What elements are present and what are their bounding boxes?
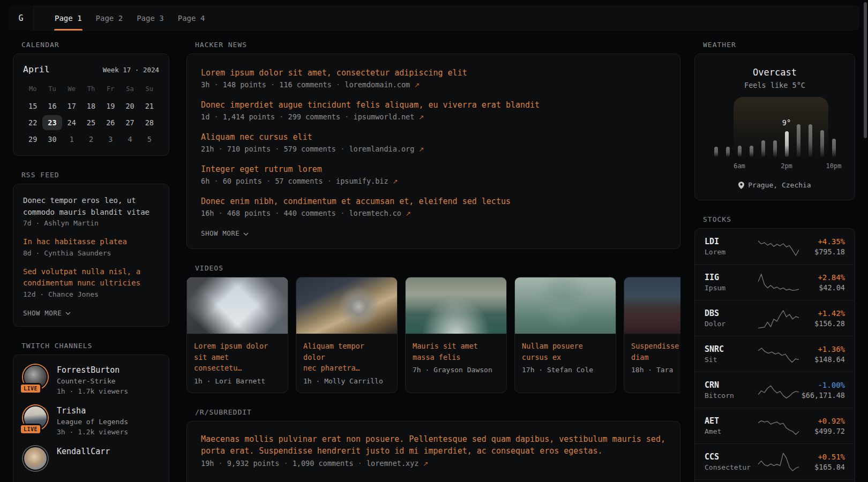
hacker-news-item-title[interactable]: Lorem ipsum dolor sit amet, consectetur … bbox=[201, 67, 666, 79]
weather-bar-chart: 9° 6am2pm10pm bbox=[714, 115, 836, 171]
stock-name: Dolor bbox=[705, 320, 758, 328]
hacker-news-item-title[interactable]: Integer eget rutrum lorem bbox=[201, 163, 666, 175]
top-nav: G Page 1Page 2Page 3Page 4 bbox=[9, 5, 859, 31]
rss-item-title[interactable]: In hac habitasse platea bbox=[23, 236, 159, 248]
tab-page-2[interactable]: Page 2 bbox=[89, 5, 130, 31]
weather-time-label: 6am bbox=[734, 162, 745, 170]
rss-header: RSS FEED bbox=[21, 171, 169, 179]
calendar-day: 22 bbox=[23, 115, 42, 130]
video-card[interactable]: Mauris sit amet massa felis7h · Grayson … bbox=[405, 277, 507, 393]
right-column: WEATHER Overcast Feels like 5°C 9° 6am2p… bbox=[694, 41, 855, 482]
calendar-day-header: Fr bbox=[101, 83, 120, 97]
stock-name: Amet bbox=[705, 427, 758, 435]
calendar-day-header: Sa bbox=[120, 83, 139, 97]
hacker-news-item-domain-link[interactable]: ipsumworld.net ↗ bbox=[354, 112, 424, 121]
stock-row[interactable]: IIGIpsum+2.84%$42.04 bbox=[695, 264, 855, 300]
weather-condition: Overcast bbox=[706, 67, 844, 78]
stock-row[interactable]: DBSDolor+1.42%$156.28 bbox=[695, 300, 855, 336]
stock-row[interactable]: AHS+0.46% bbox=[695, 479, 855, 482]
calendar-section: CALENDAR April Week 17 · 2024 MoTuWeThFr… bbox=[13, 41, 169, 156]
subreddit-item-title[interactable]: Maecenas mollis pulvinar erat non posuer… bbox=[201, 433, 666, 457]
stock-sparkline bbox=[758, 270, 801, 295]
hacker-news-item: Lorem ipsum dolor sit amet, consectetur … bbox=[201, 67, 666, 89]
video-thumbnail bbox=[296, 277, 397, 334]
twitch-channel-row[interactable]: KendallCarr bbox=[23, 446, 159, 471]
daylight-region bbox=[734, 97, 828, 158]
twitch-channel-info: ForrestBurtonCounter-Strike1h · 1.7k vie… bbox=[57, 365, 128, 395]
stock-row[interactable]: LDILorem+4.35%$795.18 bbox=[695, 229, 855, 264]
calendar-day: 3 bbox=[101, 132, 120, 147]
subreddit-header: /R/SUBREDDIT bbox=[195, 408, 680, 416]
location-pin-icon bbox=[738, 182, 744, 189]
rss-show-more-button[interactable]: SHOW MORE bbox=[23, 309, 71, 317]
weather-bar-highlighted: 9° bbox=[785, 131, 789, 157]
stock-ticker: DBS bbox=[705, 308, 758, 318]
stock-row[interactable]: CRNBitcorn-1.00%$66,171.48 bbox=[695, 372, 855, 408]
tab-page-4[interactable]: Page 4 bbox=[171, 5, 212, 31]
stock-change: +0.51% bbox=[801, 453, 845, 461]
stock-row[interactable]: SNRCSit+1.36%$148.64 bbox=[695, 336, 855, 372]
calendar-day-header: Th bbox=[81, 83, 101, 97]
twitch-channel-row[interactable]: LIVETrishaLeague of Legends3h · 1.2k vie… bbox=[23, 405, 159, 436]
calendar-widget: April Week 17 · 2024 MoTuWeThFrSaSu15161… bbox=[13, 54, 169, 156]
twitch-channel-row[interactable]: LIVEForrestBurtonCounter-Strike1h · 1.7k… bbox=[23, 365, 159, 395]
hacker-news-item-meta: 1d · 1,414 points · 299 comments · ipsum… bbox=[201, 112, 666, 121]
stock-name: Ipsum bbox=[705, 284, 758, 292]
calendar-day-header: We bbox=[62, 83, 81, 97]
rss-item-title[interactable]: Donec tempor eros leo, ut commodo mauris… bbox=[23, 195, 159, 218]
videos-carousel[interactable]: Lorem ipsum dolor sit amet consectetu…1h… bbox=[186, 277, 680, 393]
video-title[interactable]: Suspendisse diam bbox=[631, 341, 680, 363]
subreddit-item-domain-link[interactable]: loremnet.xyz ↗ bbox=[366, 459, 429, 468]
subreddit-section: /R/SUBREDDIT Maecenas mollis pulvinar er… bbox=[186, 408, 680, 482]
hacker-news-item-domain-link[interactable]: loremdomain.com ↗ bbox=[345, 80, 420, 89]
external-link-icon: ↗ bbox=[418, 146, 424, 153]
hacker-news-item-domain-link[interactable]: ipsumify.biz ↗ bbox=[336, 177, 398, 185]
hacker-news-item-domain-link[interactable]: loremtech.co ↗ bbox=[349, 209, 411, 217]
weather-bar bbox=[750, 146, 753, 157]
stock-price: $66,171.48 bbox=[801, 391, 845, 400]
video-meta: 1h · Molly Carrillo bbox=[303, 377, 390, 385]
video-card[interactable]: Suspendisse diam18h · Tara bbox=[624, 277, 680, 393]
hacker-news-item-domain-link[interactable]: loremlandia.org ↗ bbox=[349, 145, 424, 153]
hacker-news-item-meta: 6h · 60 points · 57 comments · ipsumify.… bbox=[201, 177, 666, 185]
twitch-channel-info: KendallCarr bbox=[57, 446, 110, 471]
hacker-news-item-title[interactable]: Donec enim nibh, condimentum et accumsan… bbox=[201, 195, 666, 207]
app-logo[interactable]: G bbox=[9, 5, 34, 31]
stock-name: Lorem bbox=[705, 248, 758, 256]
stock-sparkline bbox=[758, 378, 801, 402]
video-title[interactable]: Mauris sit amet massa felis bbox=[413, 341, 499, 363]
twitch-header: TWITCH CHANNELS bbox=[21, 342, 169, 350]
video-card[interactable]: Lorem ipsum dolor sit amet consectetu…1h… bbox=[186, 277, 288, 393]
video-title[interactable]: Nullam posuere cursus ex bbox=[522, 341, 609, 363]
tab-page-3[interactable]: Page 3 bbox=[130, 5, 171, 31]
weather-temp-label: 9° bbox=[782, 118, 791, 127]
rss-item-title[interactable]: Sed volutpat nulla nisl, a condimentum n… bbox=[23, 266, 159, 289]
hacker-news-item-title[interactable]: Aliquam nec cursus elit bbox=[201, 131, 666, 143]
stock-sparkline bbox=[758, 449, 801, 474]
twitch-channel-name: KendallCarr bbox=[57, 447, 110, 456]
calendar-day: 29 bbox=[23, 132, 42, 147]
video-title[interactable]: Aliquam tempor dolor nec pharetra… bbox=[303, 341, 390, 374]
page-scrollbar[interactable] bbox=[864, 2, 867, 138]
stock-ticker: CRN bbox=[705, 380, 758, 390]
video-card[interactable]: Nullam posuere cursus ex17h · Stefan Col… bbox=[514, 277, 616, 393]
video-card[interactable]: Aliquam tempor dolor nec pharetra…1h · M… bbox=[296, 277, 398, 393]
hacker-news-show-more-button[interactable]: SHOW MORE bbox=[201, 229, 249, 237]
tab-page-1[interactable]: Page 1 bbox=[48, 5, 89, 31]
weather-bar bbox=[714, 147, 718, 157]
stock-row[interactable]: AETAmet+0.92%$499.72 bbox=[695, 408, 855, 443]
video-title[interactable]: Lorem ipsum dolor sit amet consectetu… bbox=[194, 341, 281, 374]
stock-ticker: IIG bbox=[705, 273, 758, 282]
stock-row[interactable]: CCSConsectetur+0.51%$165.84 bbox=[695, 443, 855, 479]
calendar-day: 4 bbox=[120, 132, 139, 147]
stock-change: +2.84% bbox=[801, 273, 845, 282]
hacker-news-item-title[interactable]: Donec imperdiet augue tincidunt felis al… bbox=[201, 99, 666, 111]
twitch-section: TWITCH CHANNELS LIVEForrestBurtonCounter… bbox=[13, 342, 169, 482]
hacker-news-item: Donec imperdiet augue tincidunt felis al… bbox=[201, 99, 666, 121]
calendar-grid: MoTuWeThFrSaSu15161718192021222324252627… bbox=[23, 83, 159, 147]
calendar-day: 15 bbox=[23, 99, 42, 114]
calendar-day: 24 bbox=[62, 115, 81, 130]
calendar-day: 27 bbox=[120, 115, 139, 130]
weather-section: WEATHER Overcast Feels like 5°C 9° 6am2p… bbox=[694, 41, 855, 200]
twitch-avatar-wrap: LIVE bbox=[23, 365, 48, 389]
